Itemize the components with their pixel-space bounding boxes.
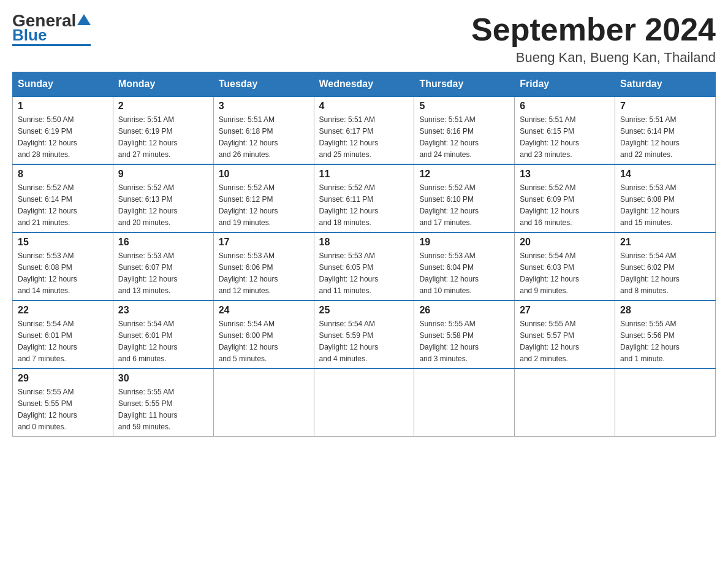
table-row: 27 Sunrise: 5:55 AMSunset: 5:57 PMDaylig…: [515, 301, 615, 369]
table-row: 7 Sunrise: 5:51 AMSunset: 6:14 PMDayligh…: [615, 96, 716, 164]
table-row: 8 Sunrise: 5:52 AMSunset: 6:14 PMDayligh…: [13, 164, 113, 232]
day-number: 16: [118, 237, 208, 248]
col-saturday: Saturday: [615, 72, 716, 97]
svg-marker-0: [77, 14, 91, 25]
table-row: 3 Sunrise: 5:51 AMSunset: 6:18 PMDayligh…: [213, 96, 314, 164]
day-info: Sunrise: 5:55 AMSunset: 5:57 PMDaylight:…: [520, 320, 579, 363]
day-info: Sunrise: 5:51 AMSunset: 6:14 PMDaylight:…: [620, 115, 680, 159]
table-row: 13 Sunrise: 5:52 AMSunset: 6:09 PMDaylig…: [515, 164, 615, 232]
day-number: 27: [520, 305, 610, 316]
table-row: 4 Sunrise: 5:51 AMSunset: 6:17 PMDayligh…: [314, 96, 414, 164]
day-info: Sunrise: 5:50 AMSunset: 6:19 PMDaylight:…: [18, 115, 77, 159]
day-info: Sunrise: 5:54 AMSunset: 6:01 PMDaylight:…: [118, 320, 178, 363]
day-number: 4: [319, 101, 409, 112]
calendar-week-row: 1 Sunrise: 5:50 AMSunset: 6:19 PMDayligh…: [13, 96, 716, 164]
table-row: 12 Sunrise: 5:52 AMSunset: 6:10 PMDaylig…: [414, 164, 515, 232]
day-info: Sunrise: 5:51 AMSunset: 6:19 PMDaylight:…: [118, 115, 178, 159]
table-row: 26 Sunrise: 5:55 AMSunset: 5:58 PMDaylig…: [414, 301, 515, 369]
calendar-week-row: 22 Sunrise: 5:54 AMSunset: 6:01 PMDaylig…: [13, 301, 716, 369]
table-row: 9 Sunrise: 5:52 AMSunset: 6:13 PMDayligh…: [113, 164, 213, 232]
table-row: [615, 369, 716, 437]
day-info: Sunrise: 5:51 AMSunset: 6:16 PMDaylight:…: [419, 115, 479, 159]
day-number: 10: [219, 169, 309, 180]
title-section: September 2024 Bueng Kan, Bueng Kan, Tha…: [471, 12, 716, 66]
day-number: 26: [419, 305, 509, 316]
day-info: Sunrise: 5:54 AMSunset: 6:01 PMDaylight:…: [18, 320, 77, 363]
table-row: 24 Sunrise: 5:54 AMSunset: 6:00 PMDaylig…: [213, 301, 314, 369]
table-row: 25 Sunrise: 5:54 AMSunset: 5:59 PMDaylig…: [314, 301, 414, 369]
day-number: 22: [18, 305, 108, 316]
table-row: 18 Sunrise: 5:53 AMSunset: 6:05 PMDaylig…: [314, 232, 414, 301]
table-row: 19 Sunrise: 5:53 AMSunset: 6:04 PMDaylig…: [414, 232, 515, 301]
table-row: 28 Sunrise: 5:55 AMSunset: 5:56 PMDaylig…: [615, 301, 716, 369]
day-number: 18: [319, 237, 409, 248]
col-tuesday: Tuesday: [213, 72, 314, 97]
day-number: 2: [118, 101, 208, 112]
day-number: 3: [219, 101, 309, 112]
calendar-week-row: 15 Sunrise: 5:53 AMSunset: 6:08 PMDaylig…: [13, 232, 716, 301]
day-info: Sunrise: 5:54 AMSunset: 6:02 PMDaylight:…: [620, 251, 680, 295]
day-number: 24: [219, 305, 309, 316]
day-info: Sunrise: 5:55 AMSunset: 5:56 PMDaylight:…: [620, 320, 680, 363]
logo-underline: [12, 44, 91, 46]
table-row: 15 Sunrise: 5:53 AMSunset: 6:08 PMDaylig…: [13, 232, 113, 301]
day-number: 17: [219, 237, 309, 248]
col-thursday: Thursday: [414, 72, 515, 97]
col-wednesday: Wednesday: [314, 72, 414, 97]
day-number: 9: [118, 169, 208, 180]
day-info: Sunrise: 5:53 AMSunset: 6:08 PMDaylight:…: [620, 183, 680, 227]
table-row: 10 Sunrise: 5:52 AMSunset: 6:12 PMDaylig…: [213, 164, 314, 232]
location-subtitle: Bueng Kan, Bueng Kan, Thailand: [471, 50, 716, 66]
table-row: 20 Sunrise: 5:54 AMSunset: 6:03 PMDaylig…: [515, 232, 615, 301]
table-row: 23 Sunrise: 5:54 AMSunset: 6:01 PMDaylig…: [113, 301, 213, 369]
col-monday: Monday: [113, 72, 213, 97]
day-number: 6: [520, 101, 610, 112]
day-number: 29: [18, 373, 108, 384]
table-row: [213, 369, 314, 437]
day-number: 23: [118, 305, 208, 316]
day-number: 21: [620, 237, 710, 248]
calendar-header-row: Sunday Monday Tuesday Wednesday Thursday…: [13, 72, 716, 97]
day-number: 5: [419, 101, 509, 112]
day-info: Sunrise: 5:52 AMSunset: 6:12 PMDaylight:…: [219, 183, 278, 227]
day-number: 25: [319, 305, 409, 316]
table-row: 1 Sunrise: 5:50 AMSunset: 6:19 PMDayligh…: [13, 96, 113, 164]
day-info: Sunrise: 5:54 AMSunset: 6:03 PMDaylight:…: [520, 251, 579, 295]
day-number: 8: [18, 169, 108, 180]
col-friday: Friday: [515, 72, 615, 97]
day-info: Sunrise: 5:53 AMSunset: 6:04 PMDaylight:…: [419, 251, 479, 295]
day-number: 14: [620, 169, 710, 180]
day-info: Sunrise: 5:52 AMSunset: 6:14 PMDaylight:…: [18, 183, 77, 227]
day-number: 20: [520, 237, 610, 248]
calendar-week-row: 8 Sunrise: 5:52 AMSunset: 6:14 PMDayligh…: [13, 164, 716, 232]
day-info: Sunrise: 5:53 AMSunset: 6:08 PMDaylight:…: [18, 251, 77, 295]
table-row: [515, 369, 615, 437]
day-number: 12: [419, 169, 509, 180]
day-info: Sunrise: 5:55 AMSunset: 5:58 PMDaylight:…: [419, 320, 479, 363]
day-number: 15: [18, 237, 108, 248]
month-title: September 2024: [471, 12, 716, 47]
calendar-table: Sunday Monday Tuesday Wednesday Thursday…: [12, 72, 716, 437]
day-number: 30: [118, 373, 208, 384]
day-info: Sunrise: 5:52 AMSunset: 6:13 PMDaylight:…: [118, 183, 178, 227]
table-row: 14 Sunrise: 5:53 AMSunset: 6:08 PMDaylig…: [615, 164, 716, 232]
table-row: 21 Sunrise: 5:54 AMSunset: 6:02 PMDaylig…: [615, 232, 716, 301]
day-info: Sunrise: 5:51 AMSunset: 6:17 PMDaylight:…: [319, 115, 379, 159]
day-number: 28: [620, 305, 710, 316]
day-info: Sunrise: 5:55 AMSunset: 5:55 PMDaylight:…: [118, 388, 178, 431]
day-info: Sunrise: 5:53 AMSunset: 6:05 PMDaylight:…: [319, 251, 379, 295]
day-info: Sunrise: 5:51 AMSunset: 6:15 PMDaylight:…: [520, 115, 579, 159]
table-row: 22 Sunrise: 5:54 AMSunset: 6:01 PMDaylig…: [13, 301, 113, 369]
day-info: Sunrise: 5:54 AMSunset: 6:00 PMDaylight:…: [219, 320, 278, 363]
table-row: 5 Sunrise: 5:51 AMSunset: 6:16 PMDayligh…: [414, 96, 515, 164]
day-number: 1: [18, 101, 108, 112]
table-row: 11 Sunrise: 5:52 AMSunset: 6:11 PMDaylig…: [314, 164, 414, 232]
day-info: Sunrise: 5:51 AMSunset: 6:18 PMDaylight:…: [219, 115, 278, 159]
day-info: Sunrise: 5:55 AMSunset: 5:55 PMDaylight:…: [18, 388, 77, 431]
day-info: Sunrise: 5:52 AMSunset: 6:11 PMDaylight:…: [319, 183, 379, 227]
logo-blue: Blue: [12, 26, 47, 44]
day-number: 19: [419, 237, 509, 248]
table-row: 30 Sunrise: 5:55 AMSunset: 5:55 PMDaylig…: [113, 369, 213, 437]
day-info: Sunrise: 5:53 AMSunset: 6:06 PMDaylight:…: [219, 251, 278, 295]
table-row: 6 Sunrise: 5:51 AMSunset: 6:15 PMDayligh…: [515, 96, 615, 164]
